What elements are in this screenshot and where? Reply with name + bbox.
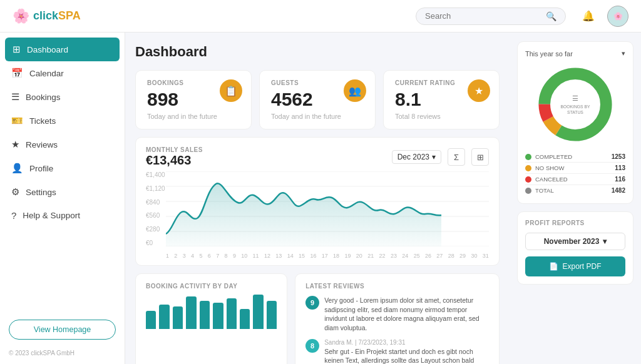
legend-dot-canceled (525, 176, 531, 183)
dashboard-icon: ⊞ (13, 44, 21, 55)
chart-value: €13,463 (146, 153, 203, 168)
review-text-container-1: Very good - Lorem ipsum dolor sit amet, … (324, 296, 489, 333)
legend-dot-noshow (525, 165, 531, 171)
sidebar-item-reviews[interactable]: ★ Reviews (0, 133, 125, 156)
donut-card: This year so far ▾ ☰ BOOKINGS BY STATUS (517, 41, 633, 204)
legend-value-completed: 1253 (612, 153, 625, 160)
legend-value-canceled: 116 (615, 176, 625, 183)
header-icons: 🔔 🌸 (578, 6, 628, 27)
sidebar-item-bookings[interactable]: ☰ Bookings (0, 85, 125, 109)
right-panel: This year so far ▾ ☰ BOOKINGS BY STATUS (510, 33, 641, 364)
sidebar-label-settings: Settings (26, 188, 56, 197)
sidebar: ⊞ Dashboard 📅 Calendar ☰ Bookings 🎫 Tick… (0, 33, 125, 364)
stats-row: BOOKINGS 898 Today and in the future 📋 G… (135, 70, 500, 129)
sidebar-item-profile[interactable]: 👤 Profile (0, 156, 125, 180)
settings-icon: ⚙ (11, 186, 19, 198)
sidebar-item-dashboard[interactable]: ⊞ Dashboard (5, 38, 120, 61)
legend-label-noshow: NO SHOW (535, 164, 564, 171)
chart-area: €1,400 €1,120 €840 €560 €280 €0 12345678… (146, 171, 489, 259)
logo-text: clickSPA (33, 9, 81, 23)
sidebar-item-settings[interactable]: ⚙ Settings (0, 180, 125, 204)
review-text-1: Very good - Lorem ipsum dolor sit amet, … (324, 296, 489, 333)
donut-container: ☰ BOOKINGS BY STATUS (525, 64, 625, 145)
sidebar-label-dashboard: Dashboard (27, 45, 68, 54)
chart-label: MONTHLY SALES (146, 146, 203, 153)
legend-dot-total (525, 188, 531, 194)
reviews-icon: ★ (11, 139, 19, 150)
stat-sub-bookings: Today and in the future (147, 113, 240, 120)
chart-left: MONTHLY SALES €13,463 (146, 146, 203, 168)
legend-canceled: CANCELED 116 (525, 174, 625, 185)
sidebar-item-help[interactable]: ? Help & Support (0, 204, 125, 227)
bar (159, 305, 169, 329)
review-text-2: Sehr gut - Ein Projekt startet und doch … (324, 347, 489, 364)
grid-button[interactable]: ⊞ (471, 148, 489, 166)
reviews-label: LATEST REVIEWS (305, 283, 489, 290)
sidebar-spacer (0, 227, 125, 313)
booking-activity-label: BOOKING ACTIVITY BY DAY (146, 283, 277, 290)
legend-label-completed: COMPLETED (535, 153, 572, 160)
bar (146, 311, 156, 329)
profit-card: PROFIT REPORTS November 2023 ▾ 📄 Export … (517, 211, 633, 285)
search-icon: 🔍 (546, 11, 556, 21)
export-icon: 📄 (549, 262, 558, 271)
sidebar-item-tickets[interactable]: 🎫 Tickets (0, 109, 125, 133)
sidebar-label-help: Help & Support (23, 211, 80, 220)
sidebar-copyright: © 2023 clickSPA GmbH (0, 346, 125, 359)
notification-bell-button[interactable]: 🔔 (578, 6, 598, 26)
chart-controls: Dec 2023 ▾ Σ ⊞ (392, 148, 489, 166)
sidebar-label-tickets: Tickets (29, 116, 56, 126)
legend-total: TOTAL 1482 (525, 185, 625, 196)
month-selector[interactable]: Dec 2023 ▾ (392, 150, 441, 164)
bar (173, 306, 183, 329)
bar-chart-row (146, 295, 277, 329)
body: ⊞ Dashboard 📅 Calendar ☰ Bookings 🎫 Tick… (0, 33, 641, 364)
chevron-down-icon-donut[interactable]: ▾ (622, 49, 625, 58)
month-picker[interactable]: November 2023 ▾ (525, 233, 625, 250)
legend-completed: COMPLETED 1253 (525, 151, 625, 163)
search-bar[interactable]: 🔍 (416, 8, 566, 25)
export-label: Export PDF (562, 262, 601, 271)
bar (200, 301, 210, 329)
bar (240, 309, 250, 329)
stat-card-bookings: BOOKINGS 898 Today and in the future 📋 (135, 70, 252, 129)
chevron-down-icon-profit: ▾ (603, 237, 607, 246)
export-pdf-button[interactable]: 📄 Export PDF (525, 256, 625, 276)
stat-icon-bookings: 📋 (220, 79, 242, 102)
logo[interactable]: 🌸 clickSPA (13, 8, 81, 24)
chart-svg (166, 171, 489, 246)
review-text-container-2: Sandra M. | 7/23/2023, 19:31 Sehr gut - … (324, 339, 489, 364)
bar (253, 295, 263, 329)
main-content: Dashboard BOOKINGS 898 Today and in the … (125, 33, 510, 364)
monthly-sales-chart: MONTHLY SALES €13,463 Dec 2023 ▾ Σ ⊞ (135, 137, 500, 266)
svg-text:STATUS: STATUS (567, 110, 583, 114)
reviews-card: LATEST REVIEWS 9 Very good - Lorem ipsum… (295, 273, 500, 364)
user-avatar-button[interactable]: 🌸 (607, 6, 628, 27)
help-icon: ? (11, 210, 16, 221)
tickets-icon: 🎫 (11, 115, 23, 126)
bottom-row: BOOKING ACTIVITY BY DAY LATEST REVIEWS 9… (135, 273, 500, 364)
header: 🌸 clickSPA 🔍 🔔 🌸 (0, 0, 641, 33)
profit-month: November 2023 (544, 237, 600, 246)
chart-y-labels: €1,400 €1,120 €840 €560 €280 €0 (146, 171, 168, 246)
sidebar-label-calendar: Calendar (29, 69, 64, 78)
review-item-2: 8 Sandra M. | 7/23/2023, 19:31 Sehr gut … (305, 339, 489, 364)
search-input[interactable] (425, 11, 541, 21)
legend-value-noshow: 113 (615, 164, 625, 171)
bar (267, 301, 277, 329)
stat-icon-guests: 👥 (344, 79, 366, 102)
donut-svg: ☰ BOOKINGS BY STATUS (535, 64, 616, 145)
chart-x-labels: 1234567891011121314151617181920212223242… (166, 253, 489, 259)
bookings-icon: ☰ (11, 91, 19, 103)
profile-icon: 👤 (11, 163, 23, 174)
bar (227, 298, 237, 329)
sigma-button[interactable]: Σ (448, 148, 465, 166)
bar (213, 303, 223, 329)
view-homepage-button[interactable]: View Homepage (9, 320, 116, 340)
stat-card-rating: CURRENT RATING 8.1 Total 8 reviews ★ (383, 70, 500, 129)
review-meta-2: Sandra M. | 7/23/2023, 19:31 (324, 339, 489, 346)
stat-card-guests: GUESTS 4562 Today and in the future 👥 (259, 70, 376, 129)
legend-value-total: 1482 (612, 187, 625, 194)
review-score-2: 8 (305, 339, 319, 353)
sidebar-item-calendar[interactable]: 📅 Calendar (0, 61, 125, 85)
